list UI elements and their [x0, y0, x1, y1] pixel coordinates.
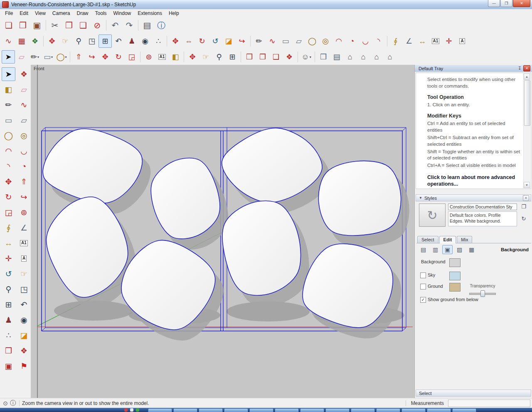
rotated-rectangle-tool[interactable]: ▱ — [17, 113, 31, 127]
redo-tool[interactable]: ↷ — [122, 18, 136, 32]
tray-close-button[interactable]: ✕ — [523, 65, 530, 71]
rectangle-tool[interactable]: ▭ — [2, 113, 15, 127]
two-point-arc-tool[interactable]: ◡ — [17, 144, 31, 158]
taskbar-icon[interactable] — [130, 408, 133, 412]
taskbar-window-button[interactable] — [275, 408, 299, 412]
push-pull-tool[interactable]: ⇑ — [72, 50, 85, 64]
face-settings-icon[interactable]: ▥ — [430, 245, 441, 254]
ground-color-swatch[interactable] — [449, 283, 461, 292]
taskbar-window-button[interactable] — [199, 408, 223, 412]
zoom-previous-tool[interactable]: ↶ — [17, 298, 31, 311]
taskbar-window-button[interactable] — [224, 408, 248, 412]
tape-measure-tool[interactable]: ∮ — [2, 221, 15, 235]
3d-warehouse-tool[interactable]: ❒ — [2, 344, 15, 358]
follow-me-tool[interactable]: ↪ — [17, 190, 31, 204]
print-tool[interactable]: ▤ — [140, 18, 154, 32]
tab-select[interactable]: Select — [417, 236, 438, 243]
rectangle-tool[interactable]: ▭ — [279, 34, 292, 48]
3d-text-tool[interactable]: A — [456, 34, 469, 48]
pin-icon[interactable]: ↧ — [516, 66, 523, 71]
paint-bucket-tool[interactable]: ◧ — [169, 50, 182, 64]
undo-tool[interactable]: ↶ — [108, 18, 122, 32]
styles-close-button[interactable]: ✕ — [523, 195, 529, 201]
taskbar-window-button[interactable] — [351, 408, 375, 412]
house-outline-tool[interactable]: ⌂ — [370, 50, 383, 64]
sky-checkbox[interactable] — [420, 272, 426, 278]
arc-tool[interactable]: ◠ — [2, 144, 15, 158]
walk-tool[interactable]: ∴ — [2, 329, 15, 342]
styles-panel-header[interactable]: ▼ Styles ✕ — [416, 194, 531, 201]
title-bar[interactable]: Veneer-Rounds-Consistent-Large-3D-#1.skp… — [0, 0, 532, 10]
share-model-tool[interactable]: ❐ — [256, 50, 269, 64]
scale-tool[interactable]: ◲ — [2, 206, 15, 219]
circle-tool[interactable]: ◯ — [305, 34, 319, 48]
menu-view[interactable]: View — [32, 10, 49, 17]
zoom-window-tool[interactable]: ◳ — [17, 282, 31, 296]
edge-settings-icon[interactable]: ▤ — [418, 245, 429, 254]
veneer-round-shape[interactable] — [151, 158, 220, 239]
paint-bucket-tool[interactable]: ◧ — [2, 83, 15, 96]
component-box-tool[interactable]: ❒ — [317, 50, 330, 64]
select-tool[interactable]: ➤ — [2, 50, 15, 64]
pan-tool[interactable]: ☞ — [59, 34, 72, 48]
text-tool[interactable]: A1 — [429, 34, 442, 48]
taskbar-window-button[interactable] — [249, 408, 273, 412]
select-tool[interactable]: ➤ — [2, 67, 15, 81]
model-info-tool[interactable]: ⓘ — [154, 18, 168, 32]
materials-library-tool[interactable]: ▤ — [330, 50, 343, 64]
zoom-tool[interactable]: ⚲ — [2, 282, 15, 296]
zoom-tool[interactable]: ⚲ — [72, 34, 85, 48]
flip-along-tool[interactable]: ⇔ — [182, 34, 195, 48]
menu-draw[interactable]: Draw — [74, 10, 92, 17]
circle-tool[interactable]: ◯▾ — [55, 50, 68, 64]
protractor-tool[interactable]: ∠ — [402, 34, 416, 48]
eraser-tool[interactable]: ▱ — [15, 50, 28, 64]
extension-warehouse-tool[interactable]: ❖ — [283, 50, 296, 64]
arc-tool[interactable]: ◠ — [332, 34, 345, 48]
polygon-tool[interactable]: ◎ — [17, 129, 31, 142]
paste-tool[interactable]: ❑ — [76, 18, 90, 32]
close-button[interactable]: ✕ — [513, 0, 530, 7]
tray-titlebar[interactable]: Default Tray ↧ ✕ — [415, 65, 532, 72]
follow-me-tool[interactable]: ↪ — [85, 50, 99, 64]
shapes-tool[interactable]: ▭▾ — [42, 50, 55, 64]
advanced-operations-link[interactable]: Click to learn about more advanced opera… — [427, 174, 521, 188]
taskbar-window-button[interactable] — [325, 408, 350, 412]
add-location-house-tool[interactable]: ⌂ — [343, 50, 357, 64]
from-contours-tool[interactable]: ▦ — [15, 34, 28, 48]
barn-tool[interactable]: ⌂ — [383, 50, 397, 64]
line-tool[interactable]: ✏▾ — [28, 50, 42, 64]
zoom-window-tool[interactable]: ◳ — [85, 34, 99, 48]
rotate-tool[interactable]: ↻ — [195, 34, 209, 48]
scroll-up-icon[interactable]: ▲ — [524, 74, 530, 80]
stamp-tool[interactable]: ❖ — [28, 34, 42, 48]
tape-measure-tool[interactable]: ∮ — [389, 34, 402, 48]
line-tool[interactable]: ✏ — [2, 98, 15, 112]
move-tool[interactable]: ✥ — [45, 34, 59, 48]
three-point-arc-tool[interactable]: ◝ — [372, 34, 385, 48]
rotate-tool[interactable]: ↻ — [2, 190, 15, 204]
offset-tool[interactable]: ⊚ — [17, 206, 31, 219]
taskbar-icon[interactable] — [136, 408, 139, 412]
move-tool-tool[interactable]: ✥ — [186, 50, 199, 64]
position-camera-tool[interactable]: ♟ — [2, 313, 15, 327]
credits-info-icon[interactable]: ⓘ — [9, 400, 17, 407]
protractor-tool[interactable]: ∠ — [17, 221, 31, 235]
axes-tool[interactable]: ✛ — [2, 252, 15, 265]
menu-help[interactable]: Help — [165, 10, 182, 17]
line-tool[interactable]: ✏ — [252, 34, 266, 48]
rotate-tool[interactable]: ↻ — [112, 50, 125, 64]
cut-tool[interactable]: ✂ — [48, 18, 62, 32]
orbit-tool[interactable]: ↺ — [209, 34, 222, 48]
pan-tool[interactable]: ☞ — [17, 267, 31, 281]
show-ground-checkbox[interactable]: ✓ — [420, 297, 426, 303]
eraser-tool[interactable]: ▱ — [17, 83, 31, 96]
taskbar-icon[interactable] — [124, 408, 128, 412]
taskbar-window-button[interactable] — [401, 408, 426, 412]
make-component-tool[interactable]: ❖ — [17, 67, 31, 81]
move-copy-tool[interactable]: ✥ — [169, 34, 182, 48]
background-color-swatch[interactable] — [449, 258, 461, 267]
update-style-icon[interactable]: ↻ — [522, 216, 526, 222]
menu-window[interactable]: Window — [110, 10, 135, 17]
freehand-tool[interactable]: ∿ — [266, 34, 279, 48]
